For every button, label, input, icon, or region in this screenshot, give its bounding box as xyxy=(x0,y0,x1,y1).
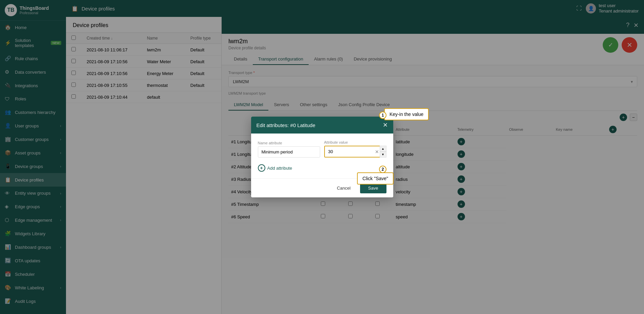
callout-box-1: Key-in the value xyxy=(384,108,429,120)
add-attribute-icon: + xyxy=(258,164,265,172)
callout-number-1: 1 xyxy=(379,112,386,119)
modal-body: Name attribute Minimum period Attribute … xyxy=(251,134,393,178)
spinners: ▲ ▼ xyxy=(380,146,386,158)
modal-overlay: Edit attributes: #0 Latitude ✕ Name attr… xyxy=(0,0,644,314)
spin-up-btn[interactable]: ▲ xyxy=(380,146,386,152)
callout-1-text: Key-in the value xyxy=(390,112,423,117)
name-attribute-select[interactable]: Minimum period xyxy=(258,146,320,158)
modal-close-icon[interactable]: ✕ xyxy=(383,121,388,129)
callout-box-2: Click "Save" xyxy=(357,172,394,185)
modal-cancel-button[interactable]: Cancel xyxy=(331,183,356,193)
callout-2-text: Click "Save" xyxy=(362,176,388,181)
name-attribute-field: Name attribute Minimum period xyxy=(258,141,320,158)
edit-attributes-modal: Edit attributes: #0 Latitude ✕ Name attr… xyxy=(251,117,393,197)
spin-down-btn[interactable]: ▼ xyxy=(380,152,386,158)
modal-header: Edit attributes: #0 Latitude ✕ xyxy=(251,117,393,134)
modal-attribute-row: Name attribute Minimum period Attribute … xyxy=(258,140,386,158)
attribute-value-label: Attribute value xyxy=(324,140,386,144)
name-attribute-label: Name attribute xyxy=(258,141,320,145)
add-attribute-button[interactable]: + Add attribute xyxy=(258,163,292,173)
callout-number-2: 2 xyxy=(379,166,386,173)
add-attribute-label: Add attribute xyxy=(267,166,292,171)
attribute-value-wrapper: Attribute value ✕ ▲ ▼ xyxy=(324,140,386,158)
modal-title: Edit attributes: #0 Latitude xyxy=(257,122,315,128)
clear-value-icon[interactable]: ✕ xyxy=(375,149,379,154)
